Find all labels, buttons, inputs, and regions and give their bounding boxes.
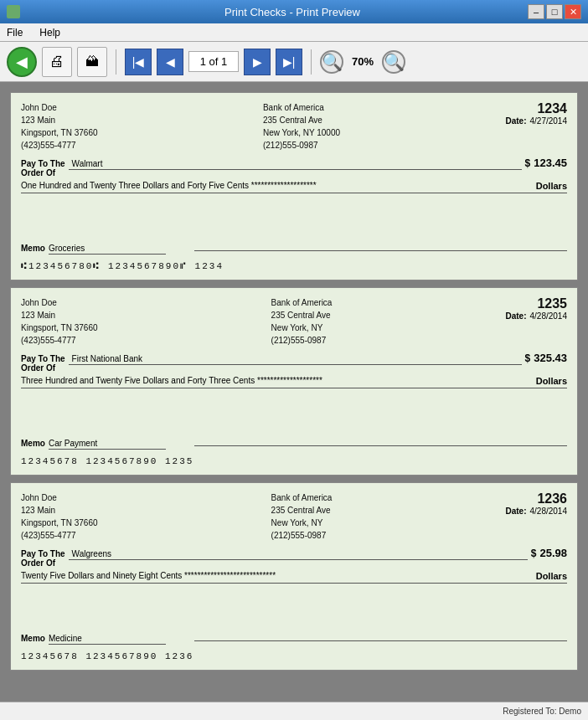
preview-area[interactable]: John Doe 123 Main Kingsport, TN 37660 (4… [0,82,588,702]
signature-line [194,445,567,446]
back-button[interactable]: ◀ [7,47,37,77]
written-amount: Three Hundred and Twenty Five Dollars an… [21,374,567,388]
bank-phone: (212)555-0987 [271,334,333,347]
memo-label: Memo [21,244,45,253]
dollar-sign: $ [525,157,531,169]
amount-value: 123.45 [534,157,567,169]
bank-addr1: 235 Central Ave [271,309,333,321]
prev-page-button[interactable]: ◀ [157,49,183,75]
bank-addr2: New York, NY [271,517,333,529]
print-button[interactable]: 🖨 [42,47,72,77]
pay-to-section: Pay To TheOrder Of Walgreens $ 25.98 [21,547,567,568]
menu-bar: File Help [0,23,588,42]
status-text: Registered To: Demo [503,707,581,716]
amount-value: 325.43 [534,352,567,364]
bank-addr1: 235 Central Ave [263,114,340,126]
pay-to-label: Pay To TheOrder Of [21,354,65,373]
date-value: 4/28/2014 [530,311,568,321]
sender-info: John Doe 123 Main Kingsport, TN 37660 (4… [21,296,98,347]
check-3: John Doe 123 Main Kingsport, TN 37660 (4… [10,482,578,671]
check-date: Date: 4/27/2014 [505,116,567,126]
date-value: 4/28/2014 [530,507,568,516]
sender-info: John Doe 123 Main Kingsport, TN 37660 (4… [21,101,98,152]
pay-to-label: Pay To TheOrder Of [21,549,65,568]
first-page-button[interactable]: |◀ [125,49,152,75]
dollars-label: Dollars [536,181,567,191]
first-page-icon: |◀ [132,55,145,69]
check-middle [21,198,567,240]
signature-line [194,640,567,641]
bank-info: Bank of America 235 Central Ave New York… [263,101,340,152]
close-button[interactable]: ✕ [565,4,581,19]
check-1: John Doe 123 Main Kingsport, TN 37660 (4… [10,92,578,280]
next-page-button[interactable]: ▶ [244,49,271,75]
pay-to-label: Pay To TheOrder Of [21,159,65,177]
app-icon [7,5,20,18]
bank-addr2: New York, NY 10000 [263,126,340,139]
memo-value: Car Payment [49,439,166,450]
window-title: Print Checks - Print Preview [57,6,528,18]
menu-file[interactable]: File [3,25,26,40]
last-page-icon: ▶| [283,55,296,69]
zoom-level: 70% [352,55,374,68]
memo-value: Groceries [49,244,166,255]
check-middle [21,589,567,630]
check-date: Date: 4/28/2014 [505,311,567,321]
status-bar: Registered To: Demo [0,702,588,720]
sender-phone: (423)555-4777 [21,334,98,347]
zoom-out-button[interactable]: 🔍 [382,50,405,74]
micr-line: 12345678 1234567890 1236 [21,651,567,661]
payee-name: First National Bank [69,354,522,365]
bank-phone: (212)555-0987 [271,529,333,542]
window-controls: – □ ✕ [528,4,581,19]
written-amount: One Hundred and Twenty Three Dollars and… [21,179,567,193]
last-page-button[interactable]: ▶| [276,49,302,75]
date-label: Date: [505,311,526,321]
amount-value: 25.98 [539,547,567,559]
sender-addr2: Kingsport, TN 37660 [21,517,98,529]
bank-name: Bank of America [271,491,333,504]
check-date: Date: 4/28/2014 [505,507,567,516]
bank-addr1: 235 Central Ave [271,504,333,517]
settings-icon: 🏔 [85,54,99,69]
signature-line [194,250,567,251]
check-2: John Doe 123 Main Kingsport, TN 37660 (4… [10,287,578,476]
zoom-out-icon: 🔍 [384,52,405,72]
menu-help[interactable]: Help [36,25,64,40]
amount-box: $ 123.45 [525,157,567,169]
minimize-button[interactable]: – [528,4,544,19]
zoom-in-button[interactable]: 🔍 [320,50,343,74]
toolbar: ◀ 🖨 🏔 |◀ ◀ 1 of 1 ▶ ▶| 🔍 70% 🔍 [0,42,588,82]
sender-phone: (423)555-4777 [21,529,98,542]
settings-button[interactable]: 🏔 [77,47,107,77]
sender-addr1: 123 Main [21,309,98,321]
check-header: John Doe 123 Main Kingsport, TN 37660 (4… [21,101,567,152]
amount-box: $ 25.98 [531,547,567,559]
separator-2 [311,49,312,75]
sender-name: John Doe [21,491,98,504]
check-number: 1234 [505,101,567,116]
bank-name: Bank of America [271,296,333,309]
sender-info: John Doe 123 Main Kingsport, TN 37660 (4… [21,491,98,542]
memo-value: Medicine [49,634,166,645]
title-bar: Print Checks - Print Preview – □ ✕ [0,0,588,23]
printer-icon: 🖨 [49,53,64,70]
dollars-label: Dollars [536,571,567,581]
dollars-label: Dollars [536,376,567,386]
check-number-date: 1236 Date: 4/28/2014 [505,491,567,542]
date-label: Date: [505,116,526,126]
bank-phone: (212)555-0987 [263,139,340,152]
micr-line: ⑆123456780⑆ 1234567890⑈ 1234 [21,261,567,271]
check-header: John Doe 123 Main Kingsport, TN 37660 (4… [21,296,567,347]
check-number-date: 1234 Date: 4/27/2014 [505,101,567,152]
sender-addr1: 123 Main [21,114,98,126]
check-number: 1235 [505,296,567,311]
sender-addr1: 123 Main [21,504,98,517]
pay-to-section: Pay To TheOrder Of First National Bank $… [21,352,567,373]
bank-info: Bank of America 235 Central Ave New York… [271,491,333,542]
memo-label: Memo [21,634,45,643]
next-icon: ▶ [253,55,262,69]
maximize-button[interactable]: □ [546,4,563,19]
dollar-sign: $ [525,352,531,364]
written-amount: Twenty Five Dollars and Ninety Eight Cen… [21,569,567,584]
